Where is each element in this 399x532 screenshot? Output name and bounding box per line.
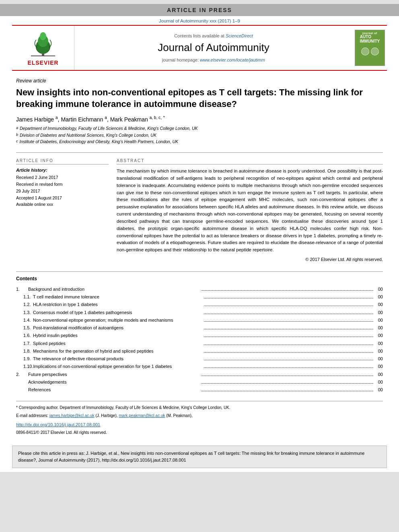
received-date: Received 2 June 2017 bbox=[16, 174, 109, 181]
two-col-section: ARTICLE INFO Article history: Received 2… bbox=[16, 152, 383, 262]
authors-line: James Harbige a, Martin Eichmann a, Mark… bbox=[16, 115, 383, 123]
corresponding-note: * Corresponding author. Department of Im… bbox=[16, 405, 383, 411]
article-history-label: Article history: bbox=[16, 168, 109, 173]
abstract-header: ABSTRACT bbox=[117, 158, 383, 164]
revised-label: Received in revised form bbox=[16, 181, 109, 188]
abstract-col: ABSTRACT The mechanism by which immune t… bbox=[117, 158, 383, 262]
journal-title-header: Journal of Autoimmunity bbox=[158, 41, 269, 54]
toc-item-1-2: 1.2. HLA restriction in type 1 diabetes … bbox=[16, 301, 383, 308]
corresponding-star: * bbox=[163, 115, 165, 120]
affiliation-b: b Division of Diabetes and Nutritional S… bbox=[16, 132, 383, 139]
accepted-date: Accepted 1 August 2017 bbox=[16, 195, 109, 201]
banner-text: ARTICLE IN PRESS bbox=[167, 7, 232, 13]
toc-item-1-7: 1.7. Spliced peptides 00 bbox=[16, 340, 383, 347]
email1-link[interactable]: james.harbige@kcl.ac.uk bbox=[49, 413, 95, 418]
journal-cover-col: journal of AUTOIMMUNITY bbox=[353, 26, 387, 70]
article-type-label: Review article bbox=[16, 78, 383, 84]
available-online: Available online xxx bbox=[16, 201, 109, 208]
affiliations: a Department of Immunobiology, Faculty o… bbox=[16, 125, 383, 145]
toc-item-1-10: 1.10. Implications of non-conventional e… bbox=[16, 363, 383, 370]
contents-title: Contents bbox=[16, 276, 383, 281]
contents-section: Contents 1. Background and introduction … bbox=[16, 271, 383, 394]
toc-item-1-8: 1.8. Mechanisms for the generation of hy… bbox=[16, 347, 383, 355]
email-note: E-mail addresses: james.harbige@kcl.ac.u… bbox=[16, 413, 383, 419]
article-in-press-banner: ARTICLE IN PRESS bbox=[0, 4, 399, 16]
issn-line: 0896-8411/© 2017 Elsevier Ltd. All right… bbox=[16, 429, 383, 436]
copyright-line: © 2017 Elsevier Ltd. All rights reserved… bbox=[117, 257, 383, 262]
elsevier-tree-icon bbox=[25, 30, 61, 58]
affiliation-a: a Department of Immunobiology, Faculty o… bbox=[16, 125, 383, 132]
citation-banner: Please cite this article in press as: J.… bbox=[12, 446, 387, 468]
main-content: Review article New insights into non-con… bbox=[0, 71, 399, 440]
toc-item-2: 2. Future perspectives 00 bbox=[16, 371, 383, 378]
svg-rect-4 bbox=[31, 55, 55, 56]
article-info-header: ARTICLE INFO bbox=[16, 158, 109, 164]
elsevier-label: ELSEVIER bbox=[27, 60, 58, 66]
homepage-url[interactable]: www.elsevier.com/locate/jautimm bbox=[200, 58, 265, 62]
toc-item-1-1: 1.1. T cell mediated immune tolerance 00 bbox=[16, 293, 383, 301]
author3-sup: a, b, c, bbox=[150, 115, 162, 120]
author2-name: Martin Eichmann bbox=[61, 116, 103, 123]
author1-name: James Harbige bbox=[16, 116, 54, 123]
doi-link[interactable]: http://dx.doi.org/10.1016/j.jaut.2017.08… bbox=[16, 421, 383, 429]
journal-homepage: journal homepage: www.elsevier.com/locat… bbox=[162, 58, 265, 62]
author2-sup: a bbox=[105, 115, 107, 120]
footer-notes: * Corresponding author. Department of Im… bbox=[16, 401, 383, 436]
article-title: New insights into non-conventional epito… bbox=[16, 87, 383, 110]
author1-sup: a bbox=[56, 115, 58, 120]
contents-available: Contents lists available at ScienceDirec… bbox=[174, 33, 253, 38]
sciencedirect-link[interactable]: ScienceDirect bbox=[226, 33, 253, 38]
article-info-col: ARTICLE INFO Article history: Received 2… bbox=[16, 158, 109, 262]
toc-item-1-4: 1.4. Non-conventional epitope generation… bbox=[16, 316, 383, 324]
journal-cover-image: journal of AUTOIMMUNITY bbox=[355, 30, 385, 66]
elsevier-logo-col: ELSEVIER bbox=[12, 26, 74, 70]
toc-list: 1. Background and introduction 00 1.1. T… bbox=[16, 286, 383, 394]
affiliation-c: c Institute of Diabetes, Endocrinology a… bbox=[16, 138, 383, 145]
toc-item-1-9: 1.9. The relevance of defective ribosoma… bbox=[16, 355, 383, 363]
abstract-text: The mechanism by which immune tolerance … bbox=[117, 168, 383, 254]
page: ARTICLE IN PRESS Journal of Autoimmunity… bbox=[0, 4, 399, 472]
revised-date: 29 July 2017 bbox=[16, 188, 109, 195]
journal-info-line: Journal of Autoimmunity xxx (2017) 1–9 bbox=[0, 16, 399, 25]
toc-item-1-3: 1.3. Consensus model of type 1 diabetes … bbox=[16, 309, 383, 316]
toc-item-ref: References 00 bbox=[16, 386, 383, 394]
toc-item-1: 1. Background and introduction 00 bbox=[16, 286, 383, 293]
toc-item-1-5: 1.5. Post-translational modification of … bbox=[16, 324, 383, 332]
svg-point-3 bbox=[40, 32, 46, 40]
journal-center-col: Contents lists available at ScienceDirec… bbox=[74, 26, 353, 70]
journal-header: ELSEVIER Contents lists available at Sci… bbox=[12, 25, 387, 71]
author3-name: Mark Peakman bbox=[110, 116, 148, 123]
journal-citation: Journal of Autoimmunity xxx (2017) 1–9 bbox=[159, 18, 240, 23]
toc-item-1-6: 1.6. Hybrid insulin peptides 00 bbox=[16, 332, 383, 339]
toc-item-ack: Acknowledgements 00 bbox=[16, 378, 383, 386]
email2-link[interactable]: mark.peakman@kcl.ac.uk bbox=[119, 413, 165, 418]
